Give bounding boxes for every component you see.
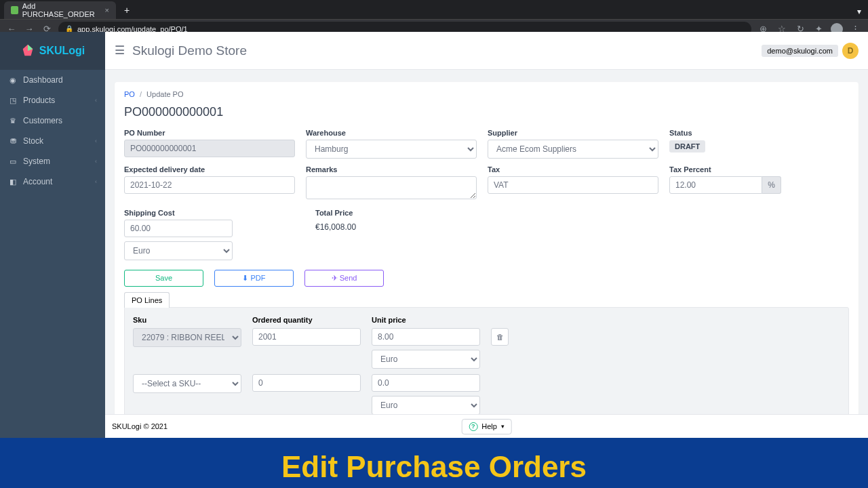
label-remarks: Remarks (306, 165, 477, 174)
breadcrumb-separator: / (140, 90, 142, 98)
percent-symbol: % (762, 176, 781, 194)
chevron-left-icon: ‹ (95, 158, 97, 165)
close-tab-icon[interactable]: × (105, 6, 109, 14)
line-qty-field[interactable] (252, 328, 361, 346)
header-qty: Ordered quantity (252, 316, 361, 324)
line-sku-select[interactable]: 22079 : RIBBON REEL HEARTS D (133, 328, 241, 347)
brand-name: SKULogi (39, 45, 85, 57)
help-button[interactable]: ? Help ▾ (461, 419, 512, 434)
topbar: ☰ Skulogi Demo Store demo@skulogi.com D (105, 32, 868, 70)
user-email[interactable]: demo@skulogi.com (762, 45, 838, 57)
line-qty-field[interactable] (252, 374, 361, 392)
label-shipping: Shipping Cost (124, 209, 233, 217)
copyright: SKULogi © 2021 (112, 422, 167, 430)
line-sku-select[interactable]: --Select a SKU-- (133, 374, 241, 393)
shipping-currency-select[interactable]: Euro (124, 241, 233, 260)
delete-line-button[interactable]: 🗑 (491, 328, 509, 346)
favicon-icon (11, 6, 18, 14)
footer: SKULogi © 2021 ? Help ▾ (105, 414, 868, 438)
warehouse-select[interactable]: Hamburg (306, 140, 477, 159)
label-po-number: PO Number (124, 129, 295, 137)
expected-date-field[interactable] (124, 176, 295, 194)
save-button[interactable]: Save (124, 270, 203, 287)
tax-field[interactable] (488, 176, 658, 194)
breadcrumb-root[interactable]: PO (124, 90, 135, 98)
help-icon: ? (469, 422, 477, 431)
sidebar-item-products[interactable]: ◳Products‹ (0, 90, 105, 110)
system-icon: ▭ (8, 157, 18, 166)
chevron-left-icon: ‹ (95, 138, 97, 144)
line-currency-select[interactable]: Euro (372, 396, 480, 414)
po-lines-pane: Sku Ordered quantity Unit price 22079 : … (124, 307, 849, 414)
tab-po-lines[interactable]: PO Lines (124, 292, 170, 308)
remarks-field[interactable] (306, 176, 477, 199)
stock-icon: ⛃ (8, 137, 18, 146)
caption-banner: Edit Purchase Orders (0, 438, 868, 488)
chevron-down-icon: ▾ (501, 423, 505, 430)
page-title: PO000000000001 (124, 105, 849, 119)
label-warehouse: Warehouse (306, 129, 477, 137)
po-number-field (124, 140, 295, 157)
sidebar-item-stock[interactable]: ⛃Stock‹ (0, 131, 105, 151)
new-tab-button[interactable]: + (119, 1, 135, 19)
label-total: Total Price (315, 209, 437, 217)
send-button[interactable]: ✈ Send (304, 270, 384, 287)
chevron-left-icon: ‹ (95, 97, 97, 104)
dashboard-icon: ◉ (8, 76, 18, 85)
browser-tab[interactable]: Add PURCHASE_ORDER × (4, 1, 116, 19)
label-supplier: Supplier (488, 129, 658, 137)
label-expected-date: Expected delivery date (124, 165, 295, 174)
account-icon: ◧ (8, 178, 18, 186)
line-currency-select[interactable]: Euro (372, 350, 480, 369)
total-price: €16,008.00 (315, 220, 437, 232)
label-tax-percent: Tax Percent (669, 165, 781, 174)
chevron-left-icon: ‹ (95, 178, 97, 185)
logo-icon (20, 43, 35, 58)
user-avatar[interactable]: D (842, 43, 859, 59)
breadcrumb-current: Update PO (146, 90, 183, 98)
sidebar: SKULogi ◉Dashboard ◳Products‹ ♛Customers… (0, 32, 105, 438)
supplier-select[interactable]: Acme Ecom Suppliers (488, 140, 658, 159)
trash-icon: 🗑 (496, 333, 504, 341)
send-icon: ✈ (332, 274, 338, 282)
browser-chrome: Add PURCHASE_ORDER × + ▾ ← → ⟳ 🔒 app.sku… (0, 0, 868, 32)
download-icon: ⬇ (242, 274, 248, 282)
line-price-field[interactable] (372, 328, 480, 346)
products-icon: ◳ (8, 96, 18, 105)
sidebar-item-customers[interactable]: ♛Customers (0, 110, 105, 131)
line-price-field[interactable] (372, 374, 480, 392)
header-sku: Sku (133, 316, 241, 324)
store-name: Skulogi Demo Store (132, 43, 247, 58)
customers-icon: ♛ (8, 117, 18, 125)
label-tax: Tax (488, 165, 658, 174)
status-badge: DRAFT (669, 140, 705, 152)
tab-title: Add PURCHASE_ORDER (22, 2, 101, 18)
pdf-button[interactable]: ⬇ PDF (214, 270, 294, 287)
tax-percent-field[interactable] (669, 176, 762, 194)
shipping-cost-field[interactable] (124, 220, 233, 237)
hamburger-icon[interactable]: ☰ (115, 43, 132, 58)
sidebar-item-account[interactable]: ◧Account‹ (0, 171, 105, 192)
window-minimize-icon[interactable]: ▾ (850, 4, 868, 19)
header-price: Unit price (372, 316, 480, 324)
brand-logo[interactable]: SKULogi (0, 32, 105, 70)
label-status: Status (669, 129, 781, 137)
sidebar-item-dashboard[interactable]: ◉Dashboard (0, 70, 105, 90)
sidebar-item-system[interactable]: ▭System‹ (0, 151, 105, 171)
banner-title: Edit Purchase Orders (281, 450, 587, 484)
breadcrumb: PO / Update PO (124, 90, 849, 98)
